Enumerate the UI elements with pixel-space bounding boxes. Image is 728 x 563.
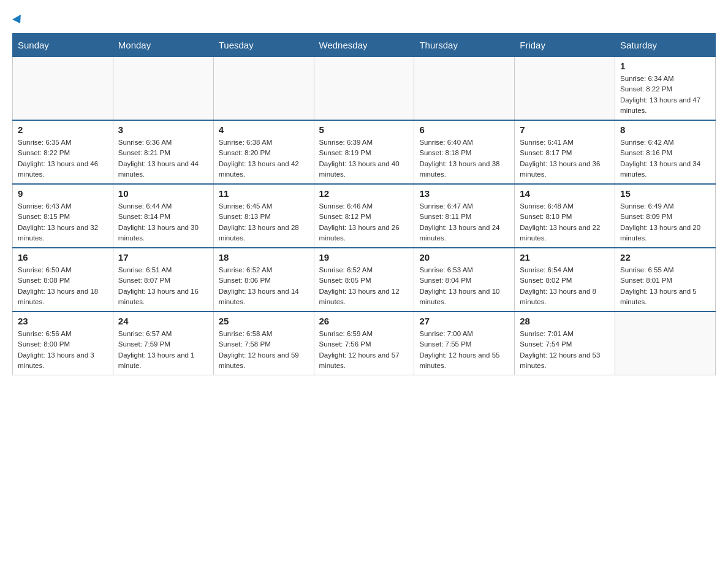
calendar-week-row: 9Sunrise: 6:43 AMSunset: 8:15 PMDaylight… <box>13 184 716 248</box>
calendar-cell: 2Sunrise: 6:35 AMSunset: 8:22 PMDaylight… <box>13 120 113 184</box>
calendar-cell: 28Sunrise: 7:01 AMSunset: 7:54 PMDayligh… <box>515 312 615 375</box>
day-info: Sunrise: 6:55 AMSunset: 8:01 PMDaylight:… <box>620 265 710 307</box>
day-info: Sunrise: 6:52 AMSunset: 8:05 PMDaylight:… <box>319 265 409 307</box>
day-number: 15 <box>620 188 710 199</box>
day-header-wednesday: Wednesday <box>314 34 414 57</box>
day-header-monday: Monday <box>113 34 213 57</box>
calendar-week-row: 23Sunrise: 6:56 AMSunset: 8:00 PMDayligh… <box>13 312 716 375</box>
calendar-cell: 6Sunrise: 6:40 AMSunset: 8:18 PMDaylight… <box>414 120 515 184</box>
calendar-cell <box>314 57 414 121</box>
day-number: 9 <box>18 188 108 199</box>
day-info: Sunrise: 6:58 AMSunset: 7:58 PMDaylight:… <box>219 329 309 371</box>
day-number: 19 <box>319 252 409 262</box>
day-info: Sunrise: 7:00 AMSunset: 7:55 PMDaylight:… <box>419 329 509 371</box>
day-number: 24 <box>118 316 208 326</box>
calendar-cell: 7Sunrise: 6:41 AMSunset: 8:17 PMDaylight… <box>515 120 615 184</box>
logo <box>12 12 23 27</box>
day-info: Sunrise: 6:39 AMSunset: 8:19 PMDaylight:… <box>319 137 409 180</box>
calendar-cell <box>615 312 716 375</box>
day-info: Sunrise: 6:48 AMSunset: 8:10 PMDaylight:… <box>520 201 610 243</box>
calendar-week-row: 16Sunrise: 6:50 AMSunset: 8:08 PMDayligh… <box>13 248 716 312</box>
day-info: Sunrise: 6:35 AMSunset: 8:22 PMDaylight:… <box>18 137 108 180</box>
day-number: 21 <box>520 252 610 262</box>
day-number: 14 <box>520 188 610 199</box>
calendar-cell <box>515 57 615 121</box>
calendar-cell: 26Sunrise: 6:59 AMSunset: 7:56 PMDayligh… <box>314 312 414 375</box>
day-info: Sunrise: 6:59 AMSunset: 7:56 PMDaylight:… <box>319 329 409 371</box>
calendar-cell: 3Sunrise: 6:36 AMSunset: 8:21 PMDaylight… <box>113 120 213 184</box>
day-header-thursday: Thursday <box>414 34 515 57</box>
calendar-cell: 16Sunrise: 6:50 AMSunset: 8:08 PMDayligh… <box>13 248 113 312</box>
day-number: 5 <box>319 124 409 135</box>
day-info: Sunrise: 6:36 AMSunset: 8:21 PMDaylight:… <box>118 137 208 180</box>
calendar-cell <box>113 57 213 121</box>
calendar-cell: 13Sunrise: 6:47 AMSunset: 8:11 PMDayligh… <box>414 184 515 248</box>
calendar-cell: 12Sunrise: 6:46 AMSunset: 8:12 PMDayligh… <box>314 184 414 248</box>
day-info: Sunrise: 6:46 AMSunset: 8:12 PMDaylight:… <box>319 201 409 243</box>
calendar-cell: 9Sunrise: 6:43 AMSunset: 8:15 PMDaylight… <box>13 184 113 248</box>
calendar-cell: 24Sunrise: 6:57 AMSunset: 7:59 PMDayligh… <box>113 312 213 375</box>
day-header-saturday: Saturday <box>615 34 716 57</box>
day-info: Sunrise: 6:41 AMSunset: 8:17 PMDaylight:… <box>520 137 610 180</box>
calendar-cell: 8Sunrise: 6:42 AMSunset: 8:16 PMDaylight… <box>615 120 716 184</box>
day-number: 8 <box>620 124 710 135</box>
day-number: 3 <box>118 124 208 135</box>
day-number: 18 <box>219 252 309 262</box>
day-number: 7 <box>520 124 610 135</box>
calendar-cell: 10Sunrise: 6:44 AMSunset: 8:14 PMDayligh… <box>113 184 213 248</box>
day-info: Sunrise: 6:49 AMSunset: 8:09 PMDaylight:… <box>620 201 710 243</box>
calendar-cell: 22Sunrise: 6:55 AMSunset: 8:01 PMDayligh… <box>615 248 716 312</box>
day-number: 1 <box>620 61 710 71</box>
calendar-cell: 18Sunrise: 6:52 AMSunset: 8:06 PMDayligh… <box>213 248 314 312</box>
day-number: 26 <box>319 316 409 326</box>
day-info: Sunrise: 6:40 AMSunset: 8:18 PMDaylight:… <box>419 137 509 180</box>
calendar-cell: 19Sunrise: 6:52 AMSunset: 8:05 PMDayligh… <box>314 248 414 312</box>
calendar-cell: 21Sunrise: 6:54 AMSunset: 8:02 PMDayligh… <box>515 248 615 312</box>
day-info: Sunrise: 6:42 AMSunset: 8:16 PMDaylight:… <box>620 137 710 180</box>
day-number: 13 <box>419 188 509 199</box>
day-number: 23 <box>18 316 108 326</box>
day-number: 28 <box>520 316 610 326</box>
logo-triangle-icon <box>12 15 25 26</box>
calendar-header-row: SundayMondayTuesdayWednesdayThursdayFrid… <box>13 34 716 57</box>
day-info: Sunrise: 6:57 AMSunset: 7:59 PMDaylight:… <box>118 329 208 371</box>
page-header <box>12 12 716 27</box>
day-info: Sunrise: 6:44 AMSunset: 8:14 PMDaylight:… <box>118 201 208 243</box>
calendar-cell: 1Sunrise: 6:34 AMSunset: 8:22 PMDaylight… <box>615 57 716 121</box>
calendar-cell: 11Sunrise: 6:45 AMSunset: 8:13 PMDayligh… <box>213 184 314 248</box>
day-number: 27 <box>419 316 509 326</box>
calendar-cell <box>13 57 113 121</box>
day-info: Sunrise: 6:56 AMSunset: 8:00 PMDaylight:… <box>18 329 108 371</box>
day-header-friday: Friday <box>515 34 615 57</box>
day-info: Sunrise: 6:38 AMSunset: 8:20 PMDaylight:… <box>219 137 309 180</box>
day-number: 10 <box>118 188 208 199</box>
calendar-cell: 23Sunrise: 6:56 AMSunset: 8:00 PMDayligh… <box>13 312 113 375</box>
calendar-cell: 25Sunrise: 6:58 AMSunset: 7:58 PMDayligh… <box>213 312 314 375</box>
day-header-tuesday: Tuesday <box>213 34 314 57</box>
day-number: 20 <box>419 252 509 262</box>
day-info: Sunrise: 6:54 AMSunset: 8:02 PMDaylight:… <box>520 265 610 307</box>
day-info: Sunrise: 6:53 AMSunset: 8:04 PMDaylight:… <box>419 265 509 307</box>
calendar-table: SundayMondayTuesdayWednesdayThursdayFrid… <box>12 33 716 375</box>
calendar-cell <box>213 57 314 121</box>
calendar-cell: 27Sunrise: 7:00 AMSunset: 7:55 PMDayligh… <box>414 312 515 375</box>
calendar-cell: 14Sunrise: 6:48 AMSunset: 8:10 PMDayligh… <box>515 184 615 248</box>
calendar-cell: 17Sunrise: 6:51 AMSunset: 8:07 PMDayligh… <box>113 248 213 312</box>
calendar-cell: 4Sunrise: 6:38 AMSunset: 8:20 PMDaylight… <box>213 120 314 184</box>
calendar-cell: 20Sunrise: 6:53 AMSunset: 8:04 PMDayligh… <box>414 248 515 312</box>
day-number: 4 <box>219 124 309 135</box>
calendar-week-row: 2Sunrise: 6:35 AMSunset: 8:22 PMDaylight… <box>13 120 716 184</box>
day-info: Sunrise: 6:52 AMSunset: 8:06 PMDaylight:… <box>219 265 309 307</box>
day-header-sunday: Sunday <box>13 34 113 57</box>
day-info: Sunrise: 6:43 AMSunset: 8:15 PMDaylight:… <box>18 201 108 243</box>
day-number: 25 <box>219 316 309 326</box>
day-number: 12 <box>319 188 409 199</box>
day-info: Sunrise: 6:47 AMSunset: 8:11 PMDaylight:… <box>419 201 509 243</box>
day-number: 11 <box>219 188 309 199</box>
calendar-cell: 5Sunrise: 6:39 AMSunset: 8:19 PMDaylight… <box>314 120 414 184</box>
day-number: 6 <box>419 124 509 135</box>
day-info: Sunrise: 7:01 AMSunset: 7:54 PMDaylight:… <box>520 329 610 371</box>
day-info: Sunrise: 6:51 AMSunset: 8:07 PMDaylight:… <box>118 265 208 307</box>
calendar-cell: 15Sunrise: 6:49 AMSunset: 8:09 PMDayligh… <box>615 184 716 248</box>
day-number: 22 <box>620 252 710 262</box>
